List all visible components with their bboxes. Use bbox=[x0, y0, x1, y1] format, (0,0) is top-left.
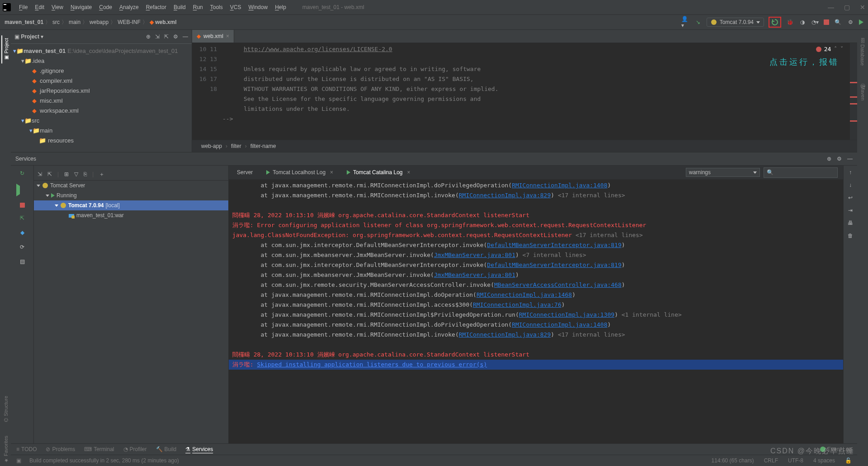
breadcrumb-item[interactable]: maven_test_01 bbox=[5, 19, 43, 25]
filter-icon[interactable]: ▽ bbox=[74, 171, 78, 177]
menu-view[interactable]: View bbox=[49, 3, 66, 12]
menu-edit[interactable]: Edit bbox=[32, 3, 47, 12]
services-tab[interactable]: ⚗ Services bbox=[185, 446, 213, 452]
stop-icon[interactable] bbox=[20, 203, 25, 208]
bug-icon[interactable]: 🐞 bbox=[786, 18, 794, 26]
settings-icon[interactable]: ⚙ bbox=[846, 18, 854, 26]
rerun-button-highlighted[interactable] bbox=[769, 17, 781, 28]
close-icon[interactable]: × bbox=[330, 169, 333, 176]
tree-row[interactable]: ◆workspace.xml bbox=[11, 105, 192, 115]
menu-code[interactable]: Code bbox=[96, 3, 115, 12]
close-icon[interactable]: × bbox=[407, 169, 410, 176]
expand-all-icon[interactable]: ⇲ bbox=[38, 171, 42, 177]
close-tab-icon[interactable]: × bbox=[226, 33, 229, 39]
editor-tab-webxml[interactable]: ◆ web.xml × bbox=[192, 30, 234, 43]
breadcrumb-item[interactable]: ◆ web.xml bbox=[150, 19, 177, 25]
crumb-item[interactable]: filter bbox=[231, 143, 241, 149]
breadcrumb-item[interactable]: main bbox=[69, 19, 80, 25]
tree-row[interactable]: ▾📁.idea bbox=[11, 56, 192, 66]
editor-body[interactable]: 10 11 12 13 14 15 16 17 18 http://www.ap… bbox=[192, 43, 857, 140]
project-tool-tab[interactable]: ▣ Project bbox=[1, 35, 10, 63]
readonly-lock-icon[interactable]: 🔓 bbox=[845, 457, 852, 464]
chevron-up-icon[interactable]: ˆ bbox=[834, 46, 837, 52]
group-icon[interactable]: ⎘ bbox=[84, 171, 87, 177]
menu-analyze[interactable]: Analyze bbox=[117, 3, 142, 12]
layout-icon[interactable]: ▤ bbox=[18, 257, 26, 266]
tree-row[interactable]: ◆.gitignore bbox=[11, 66, 192, 76]
up-icon[interactable]: ↑ bbox=[849, 169, 852, 176]
add-icon[interactable]: ⊕ bbox=[827, 156, 831, 162]
console-search-input[interactable]: 🔍 bbox=[764, 167, 838, 178]
right-tool-stripe[interactable]: 🗄 Database ⓜ Maven bbox=[857, 30, 868, 466]
menu-build[interactable]: Build bbox=[171, 3, 189, 12]
database-tool-tab[interactable]: 🗄 Database bbox=[859, 35, 866, 68]
menu-help[interactable]: Help bbox=[272, 3, 289, 12]
maximize-icon[interactable]: ▢ bbox=[844, 4, 850, 11]
tree-row-artifact[interactable]: maven_test_01:war bbox=[34, 210, 228, 220]
profiler-tab[interactable]: ◔ Profiler bbox=[123, 446, 147, 452]
line-separator[interactable]: CRLF bbox=[764, 457, 778, 464]
tree-row[interactable]: ▾📁main bbox=[11, 125, 192, 135]
tree-row[interactable]: 📁resources bbox=[11, 135, 192, 145]
run-icon[interactable] bbox=[859, 19, 863, 25]
settings-icon[interactable]: ⚙ bbox=[837, 156, 842, 162]
tree-row[interactable]: ▾📁maven_test_01 E:\idea_code\IdeaProject… bbox=[11, 46, 192, 56]
structure-tool-tab[interactable]: ⌬ Structure bbox=[2, 393, 9, 425]
problems-tab[interactable]: ⊘ Problems bbox=[46, 446, 75, 452]
menu-window[interactable]: Window bbox=[245, 3, 270, 12]
close-icon[interactable]: ✕ bbox=[860, 4, 865, 11]
services-tree[interactable]: ⇲ ⇱ | ⊞ ▽ ⎘ | ＋ Tomcat Server bbox=[34, 166, 229, 443]
user-icon[interactable]: 👤▾ bbox=[681, 18, 689, 26]
rerun-icon[interactable]: ↻ bbox=[18, 169, 26, 177]
artifact-icon[interactable]: ◆ bbox=[18, 228, 26, 237]
editor-code[interactable]: http://www.apache.org/licenses/LICENSE-2… bbox=[222, 43, 850, 140]
favorites-tool-tab[interactable]: ★ Favorites bbox=[2, 433, 9, 466]
indent[interactable]: 4 spaces bbox=[813, 457, 835, 464]
down-icon[interactable]: ↓ bbox=[849, 182, 852, 188]
menu-vcs[interactable]: VCS bbox=[227, 3, 244, 12]
maven-tool-tab[interactable]: ⓜ Maven bbox=[859, 76, 867, 103]
menu-tools[interactable]: Tools bbox=[208, 3, 226, 12]
todo-tab[interactable]: ≡ TODO bbox=[16, 446, 37, 452]
menu-navigate[interactable]: Navigate bbox=[68, 3, 94, 12]
console-tab-server[interactable]: Server bbox=[234, 167, 255, 177]
tree-row-server-instance[interactable]: Tomcat 7.0.94 [local] bbox=[34, 200, 228, 210]
tree-row-running[interactable]: Running bbox=[34, 190, 228, 200]
left-tool-stripe[interactable]: ▣ Project ⌬ Structure ★ Favorites bbox=[0, 30, 11, 466]
clear-icon[interactable]: 🗑 bbox=[848, 233, 853, 239]
breadcrumb-item[interactable]: WEB-INF bbox=[118, 19, 141, 25]
run-icon[interactable] bbox=[16, 184, 28, 196]
tree-row[interactable]: ◆compiler.xml bbox=[11, 76, 192, 86]
settings-icon[interactable]: ⚙ bbox=[173, 33, 178, 40]
console-tab-catalina[interactable]: Tomcat Catalina Log× bbox=[344, 167, 413, 177]
collapse-all-icon[interactable]: ⇱ bbox=[47, 171, 52, 177]
soft-wrap-icon[interactable]: ↩ bbox=[848, 195, 853, 201]
error-indicator[interactable]: 24 ˆ ˇ bbox=[816, 46, 844, 52]
tree-row[interactable]: ◆misc.xml bbox=[11, 95, 192, 105]
log-level-dropdown[interactable]: warnings bbox=[686, 168, 760, 177]
hammer-icon[interactable]: ↘ bbox=[694, 18, 702, 26]
print-icon[interactable]: 🖶 bbox=[848, 220, 853, 226]
editor-breadcrumb[interactable]: web-app› filter› filter-name bbox=[192, 140, 857, 152]
crumb-item[interactable]: filter-name bbox=[250, 143, 276, 149]
minimize-icon[interactable]: — bbox=[828, 4, 834, 11]
chevron-down-icon[interactable]: ˇ bbox=[840, 46, 844, 52]
expand-icon[interactable]: ⇲ bbox=[155, 33, 160, 40]
menu-file[interactable]: File bbox=[16, 3, 30, 12]
breadcrumb[interactable]: maven_test_01〉src〉main〉webapp〉WEB-INF〉◆ … bbox=[5, 19, 176, 26]
refresh-icon[interactable]: ⟳ bbox=[18, 243, 26, 251]
project-tree[interactable]: ▾📁maven_test_01 E:\idea_code\IdeaProject… bbox=[11, 44, 192, 152]
console-tab-localhost[interactable]: Tomcat Localhost Log× bbox=[264, 167, 336, 177]
profile-icon[interactable]: ◔▾ bbox=[811, 18, 819, 26]
view-icon[interactable]: ⊞ bbox=[64, 171, 69, 177]
console-log[interactable]: at javax.management.remote.rmi.RMIConnec… bbox=[229, 180, 843, 443]
target-icon[interactable]: ⊕ bbox=[146, 33, 151, 40]
build-tab[interactable]: 🔨 Build bbox=[156, 446, 177, 452]
breadcrumb-item[interactable]: src bbox=[52, 19, 60, 25]
breadcrumb-item[interactable]: webapp bbox=[90, 19, 108, 25]
deploy-icon[interactable]: ⇱ bbox=[18, 214, 26, 222]
encoding[interactable]: UTF-8 bbox=[788, 457, 803, 464]
menu-refactor[interactable]: Refactor bbox=[143, 3, 169, 12]
tree-row-tomcat-server[interactable]: Tomcat Server bbox=[34, 181, 228, 190]
tree-row[interactable]: ◆jarRepositories.xml bbox=[11, 86, 192, 95]
